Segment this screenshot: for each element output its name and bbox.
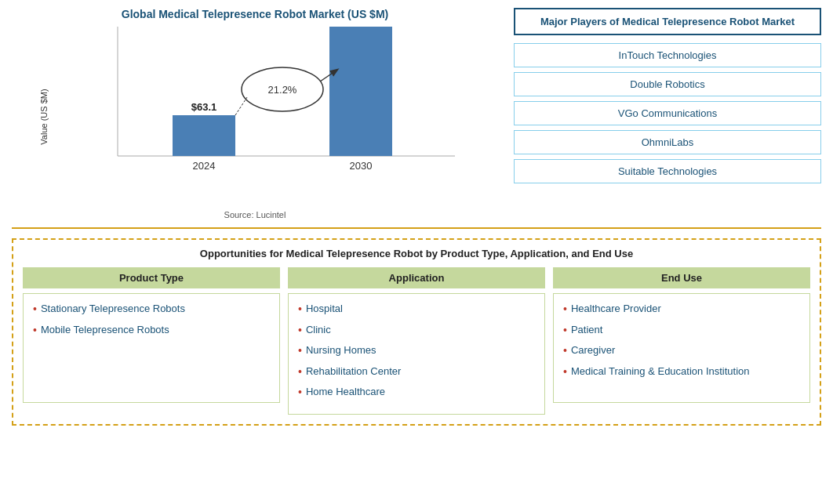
svg-rect-2 (173, 115, 235, 156)
end-use-header: End Use (553, 267, 810, 288)
bullet-icon: • (298, 343, 302, 359)
players-title: Major Players of Medical Telepresence Ro… (514, 8, 821, 35)
bullet-icon: • (298, 385, 302, 401)
svg-text:2030: 2030 (350, 160, 373, 172)
player-item-1: Double Robotics (514, 72, 821, 96)
svg-rect-3 (329, 27, 392, 156)
player-item-0: InTouch Technologies (514, 43, 821, 67)
end-use-column: End Use • Healthcare Provider • Patient … (553, 267, 810, 403)
end-use-item-2: • Caregiver (563, 343, 800, 359)
svg-text:2024: 2024 (193, 160, 216, 172)
application-column: Application • Hospital • Clinic • Nursin… (288, 267, 545, 415)
source-text: Source: Lucintel (12, 210, 498, 219)
player-item-3: OhmniLabs (514, 130, 821, 154)
application-content: • Hospital • Clinic • Nursing Homes • Re… (288, 293, 545, 415)
bullet-icon: • (298, 364, 302, 380)
application-header: Application (288, 267, 545, 288)
players-area: Major Players of Medical Telepresence Ro… (514, 8, 821, 219)
application-item-0: • Hospital (298, 302, 535, 317)
application-text-1: Clinic (306, 323, 331, 337)
chart-area: Global Medical Telepresence Robot Market… (12, 8, 498, 219)
end-use-text-1: Patient (571, 323, 602, 337)
bullet-icon: • (298, 302, 302, 317)
application-text-0: Hospital (306, 302, 343, 316)
y-axis-label: Value (US $M) (39, 89, 49, 144)
product-type-item-0: • Stationary Telepresence Robots (33, 302, 270, 317)
bullet-icon: • (298, 323, 302, 339)
product-type-text-1: Mobile Telepresence Robots (41, 323, 169, 337)
bullet-icon: • (33, 302, 37, 317)
player-item-2: VGo Communications (514, 101, 821, 125)
application-item-4: • Home Healthcare (298, 385, 535, 401)
end-use-text-2: Caregiver (571, 343, 615, 357)
product-type-header: Product Type (23, 267, 280, 288)
bullet-icon: • (563, 302, 567, 317)
product-type-text-0: Stationary Telepresence Robots (41, 302, 185, 316)
end-use-text-0: Healthcare Provider (571, 302, 661, 316)
application-text-2: Nursing Homes (306, 343, 376, 357)
application-text-4: Home Healthcare (306, 385, 385, 399)
chart-title: Global Medical Telepresence Robot Market… (12, 8, 498, 20)
end-use-text-3: Medical Training & Education Institution (571, 364, 750, 379)
bottom-section: Opportunities for Medical Telepresence R… (12, 238, 821, 426)
application-item-3: • Rehabilitation Center (298, 364, 535, 380)
bullet-icon: • (563, 323, 567, 339)
end-use-item-0: • Healthcare Provider (563, 302, 800, 317)
main-container: Global Medical Telepresence Robot Market… (0, 0, 833, 433)
end-use-content: • Healthcare Provider • Patient • Caregi… (553, 293, 810, 403)
bullet-icon: • (33, 323, 37, 339)
bullet-icon: • (563, 343, 567, 359)
svg-text:21.2%: 21.2% (268, 84, 297, 96)
chart-wrapper: Value (US $M) $63.1 $200.0 (12, 27, 498, 207)
bullet-icon: • (563, 364, 567, 380)
product-type-content: • Stationary Telepresence Robots • Mobil… (23, 293, 280, 403)
product-type-column: Product Type • Stationary Telepresence R… (23, 267, 280, 403)
end-use-item-3: • Medical Training & Education Instituti… (563, 364, 800, 380)
svg-line-11 (235, 97, 247, 115)
application-item-2: • Nursing Homes (298, 343, 535, 359)
chart-svg: $63.1 $200.0 2024 2030 21.2% (51, 27, 498, 179)
product-type-item-1: • Mobile Telepresence Robots (33, 323, 270, 339)
svg-text:$63.1: $63.1 (191, 101, 217, 113)
player-item-4: Suitable Technologies (514, 159, 821, 183)
columns-container: Product Type • Stationary Telepresence R… (23, 267, 810, 415)
top-section: Global Medical Telepresence Robot Market… (12, 8, 821, 229)
end-use-item-1: • Patient (563, 323, 800, 339)
opportunities-title: Opportunities for Medical Telepresence R… (23, 248, 810, 259)
application-text-3: Rehabilitation Center (306, 364, 401, 379)
application-item-1: • Clinic (298, 323, 535, 339)
